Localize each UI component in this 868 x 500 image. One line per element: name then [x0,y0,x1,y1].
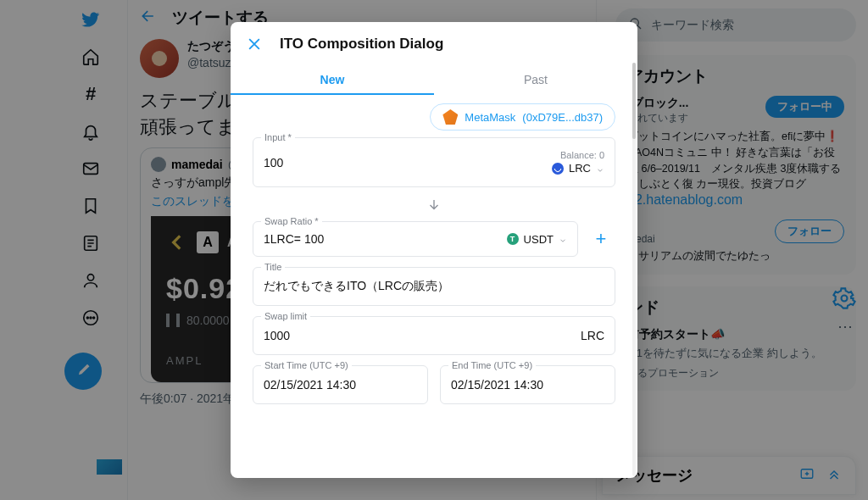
wallet-chip[interactable]: MetaMask (0xD79E...db37) [430,103,615,131]
swap-ratio-input[interactable] [304,232,507,246]
start-time-field: Start Time (UTC +9) [253,365,428,404]
ito-composition-dialog: ITO Composition Dialog New Past MetaMask… [231,22,637,478]
metamask-icon [442,109,458,125]
field-label: End Time (UTC +9) [448,360,536,370]
chevron-down-icon [559,235,567,243]
end-time-field: End Time (UTC +9) [440,365,615,404]
input-amount-field: Input * Balance: 0 LRC [253,137,615,187]
arrow-down-icon [253,197,615,213]
swap-limit-input[interactable] [264,329,581,342]
title-input[interactable] [264,280,604,293]
wallet-address: (0xD79E...db37) [522,111,603,124]
input-token-selector[interactable]: LRC [552,162,604,175]
add-swap-pair-button[interactable]: + [587,225,615,253]
lrc-token-icon [552,163,564,175]
wallet-name: MetaMask [465,111,515,124]
chevron-down-icon [596,164,604,173]
input-amount-input[interactable] [264,156,552,169]
swap-limit-field: Swap limit LRC [253,316,615,355]
field-label: Input * [261,132,295,142]
swap-ratio-field: Swap Ratio * 1LRC= USDT [253,221,578,257]
swap-ratio-prefix: 1LRC= [264,232,301,246]
balance-label: Balance: 0 [560,150,604,160]
usdt-token-icon [507,233,519,245]
start-time-input[interactable] [264,378,417,392]
field-label: Swap limit [261,311,310,321]
end-time-input[interactable] [451,378,604,392]
title-field: Title [253,267,615,306]
tab-new[interactable]: New [231,61,434,95]
field-label: Title [261,262,285,272]
swap-token-symbol: USDT [524,233,554,246]
input-token-symbol: LRC [569,162,591,175]
swap-token-selector[interactable]: USDT [507,233,567,246]
field-label: Start Time (UTC +9) [261,360,352,370]
tab-past[interactable]: Past [434,61,637,95]
swap-limit-unit: LRC [581,329,604,342]
field-label: Swap Ratio * [261,216,322,226]
dialog-tabs: New Past [231,61,637,95]
close-icon[interactable] [246,36,263,53]
dialog-title: ITO Composition Dialog [280,36,443,53]
